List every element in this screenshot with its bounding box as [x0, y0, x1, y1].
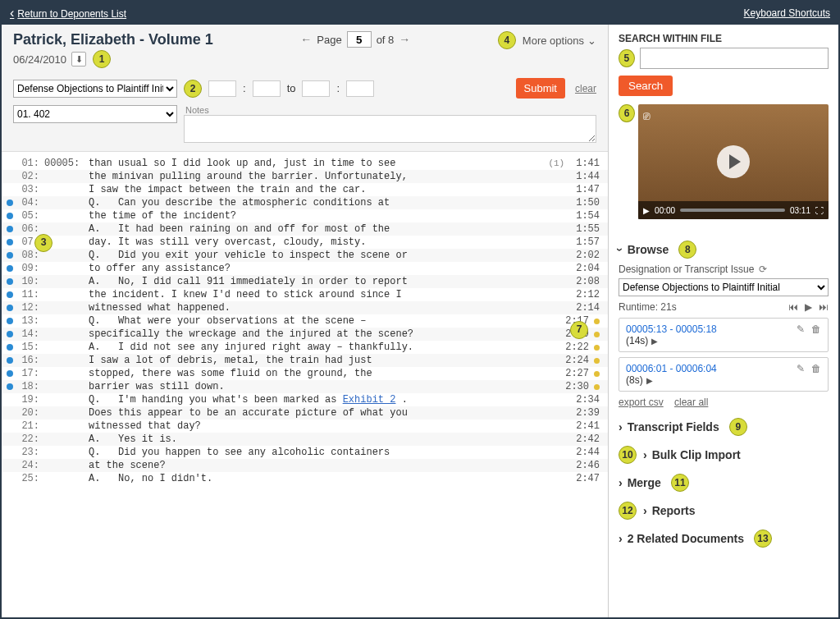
colon: : — [243, 82, 246, 94]
transcript-line[interactable]: 08:Q. Did you exit your vehicle to inspe… — [2, 249, 608, 262]
line-text: Q. I'm handing you what's been marked as… — [89, 394, 542, 406]
runtime-prev-icon[interactable]: ⏮ — [788, 301, 798, 313]
video-progress[interactable] — [680, 209, 785, 212]
transcript-line[interactable]: 01:00005:than usual so I did look up and… — [2, 157, 608, 170]
transcript-line[interactable]: 17:stopped, there was some fluid on the … — [2, 367, 608, 380]
line-time: 2:42 — [542, 433, 600, 445]
clip-range[interactable]: 00006:01 - 00006:04 — [626, 363, 717, 374]
annotation-8: 8 — [678, 241, 696, 259]
download-button[interactable]: ⬇ — [71, 52, 86, 66]
line-text: at the scene? — [89, 460, 542, 471]
designation-select[interactable]: Defense Objections to Plaintiff Initial — [13, 80, 177, 98]
merge-toggle[interactable]: Merge 11 — [619, 474, 829, 492]
more-options-toggle[interactable]: More options ⌄ — [523, 34, 596, 47]
transcript-line[interactable]: 03:I saw the impact between the train an… — [2, 183, 608, 196]
top-bar: Return to Deponents List Keyboard Shortc… — [2, 2, 838, 25]
range-start-page[interactable] — [208, 80, 236, 97]
bulk-clip-toggle[interactable]: 10 Bulk Clip Import — [619, 446, 829, 464]
page-prev-button[interactable]: ← — [300, 33, 312, 46]
runtime-next-icon[interactable]: ⏭ — [819, 301, 829, 313]
edit-icon[interactable]: ✎ — [797, 363, 805, 374]
transcript-line[interactable]: 16:I saw a lot of debris, metal, the tra… — [2, 354, 608, 367]
issue-marker-icon — [594, 319, 600, 324]
cast-icon[interactable]: ⎚ — [643, 109, 650, 122]
transcript-line[interactable]: 04:Q. Can you describe the atmospheric c… — [2, 196, 608, 209]
clip-item: 00005:13 - 00005:18 ✎ 🗑 (14s) — [619, 318, 829, 352]
line-number: 09: — [16, 263, 44, 274]
file-date: 06/24/2010 — [13, 53, 66, 66]
line-number: 11: — [16, 289, 44, 300]
search-input[interactable] — [640, 48, 829, 69]
exhibit-link[interactable]: Exhibit 2 — [343, 394, 396, 406]
fullscreen-icon[interactable]: ⛶ — [815, 206, 824, 215]
browse-select[interactable]: Defense Objections to Plaintiff Initial — [619, 278, 829, 296]
export-csv-link[interactable]: export csv — [619, 397, 664, 408]
right-panel: SEARCH WITHIN FILE 5 Search 6 ⎚ ▶ 00:00 … — [609, 25, 838, 617]
line-time: (1)1:41 — [542, 158, 600, 169]
line-text: I saw a lot of debris, metal, the train … — [89, 355, 542, 366]
line-number: 12: — [16, 302, 44, 314]
line-number: 17: — [16, 368, 44, 379]
browse-panel-toggle[interactable]: Browse 8 — [619, 241, 829, 259]
transcript-line[interactable]: 05:the time of the incident?1:54 — [2, 209, 608, 222]
page-label: Page — [317, 34, 341, 46]
transcript-line[interactable]: 20:Does this appear to be an accurate pi… — [2, 406, 608, 420]
delete-icon[interactable]: 🗑 — [811, 323, 821, 335]
transcript-line[interactable]: 15:A. I did not see any injured right aw… — [2, 341, 608, 354]
transcript-line[interactable]: 10:A. No, I did call 911 immediately in … — [2, 275, 608, 288]
delete-icon[interactable]: 🗑 — [811, 363, 821, 374]
transcript-line[interactable]: 07:day. It was still very overcast, clou… — [2, 236, 608, 249]
transcript-line[interactable]: 09:to offer any assistance?2:04 — [2, 262, 608, 275]
range-end-page[interactable] — [302, 80, 330, 97]
page-number-input[interactable] — [347, 31, 372, 48]
clip-duration: (14s) — [626, 335, 648, 346]
clip-range[interactable]: 00005:13 - 00005:18 — [626, 323, 717, 335]
transcript-line[interactable]: 18:barrier was still down.2:30 — [2, 380, 608, 393]
related-docs-toggle[interactable]: 2 Related Documents 13 — [619, 530, 829, 548]
clip-play-icon[interactable] — [648, 335, 658, 346]
line-time: 1:50 — [542, 197, 600, 209]
video-player[interactable]: ⎚ ▶ 00:00 03:11 ⛶ — [638, 104, 829, 219]
keyboard-shortcuts-link[interactable]: Keyboard Shortcuts — [744, 7, 830, 19]
clear-all-link[interactable]: clear all — [674, 397, 708, 408]
transcript-line[interactable]: 21:witnessed that day?2:41 — [2, 420, 608, 433]
video-time-start: 00:00 — [655, 206, 675, 215]
line-text: day. It was still very overcast, cloudy,… — [89, 236, 542, 248]
transcript-line[interactable]: 13:Q. What were your observations at the… — [2, 314, 608, 328]
page-next-button[interactable]: → — [399, 33, 410, 46]
transcript-line[interactable]: 11:the incident. I knew I'd need to stic… — [2, 288, 608, 301]
range-start-line[interactable] — [253, 80, 281, 97]
clear-link[interactable]: clear — [575, 83, 596, 94]
transcript-line[interactable]: 14:specifically the wreckage and the inj… — [2, 328, 608, 341]
transcript-line[interactable]: 23:Q. Did you happen to see any alcoholi… — [2, 446, 608, 459]
search-button[interactable]: Search — [619, 76, 673, 96]
line-text: Q. Can you describe the atmospheric cond… — [89, 197, 542, 209]
play-small-icon[interactable]: ▶ — [643, 206, 650, 215]
play-button[interactable] — [717, 145, 750, 178]
issue-marker-icon — [594, 358, 600, 364]
transcript-line[interactable]: 06:A. It had been raining on and off for… — [2, 222, 608, 236]
edit-icon[interactable]: ✎ — [797, 323, 805, 335]
annotation-4: 4 — [498, 31, 516, 49]
transcript-fields-toggle[interactable]: Transcript Fields 9 — [619, 418, 829, 436]
line-marker-icon — [7, 383, 13, 390]
submit-button[interactable]: Submit — [516, 78, 565, 99]
pager: ← Page of 8 → — [300, 31, 410, 48]
clip-play-icon[interactable] — [643, 374, 653, 386]
refresh-icon[interactable] — [759, 264, 767, 275]
reports-toggle[interactable]: 12 Reports — [619, 502, 829, 520]
transcript-line[interactable]: 19:Q. I'm handing you what's been marked… — [2, 393, 608, 406]
runtime-play-icon[interactable]: ▶ — [805, 301, 812, 313]
transcript-line[interactable]: 25:A. No, no I didn't.2:47 — [2, 472, 608, 485]
transcript-line[interactable]: 24:at the scene?2:46 — [2, 459, 608, 472]
transcript-line[interactable]: 12:witnessed what happened.2:14 — [2, 301, 608, 314]
transcript-line[interactable]: 02:the minivan pulling around the barrie… — [2, 170, 608, 183]
transcript-area[interactable]: 3 7 01:00005:than usual so I did look up… — [2, 152, 608, 617]
rule-select[interactable]: 01. 402 — [13, 105, 177, 123]
notes-input[interactable] — [184, 115, 596, 143]
search-title: SEARCH WITHIN FILE — [619, 33, 829, 44]
line-marker-icon — [7, 265, 13, 272]
range-end-line[interactable] — [346, 80, 374, 97]
return-link[interactable]: Return to Deponents List — [10, 6, 126, 21]
transcript-line[interactable]: 22:A. Yes it is.2:42 — [2, 433, 608, 446]
